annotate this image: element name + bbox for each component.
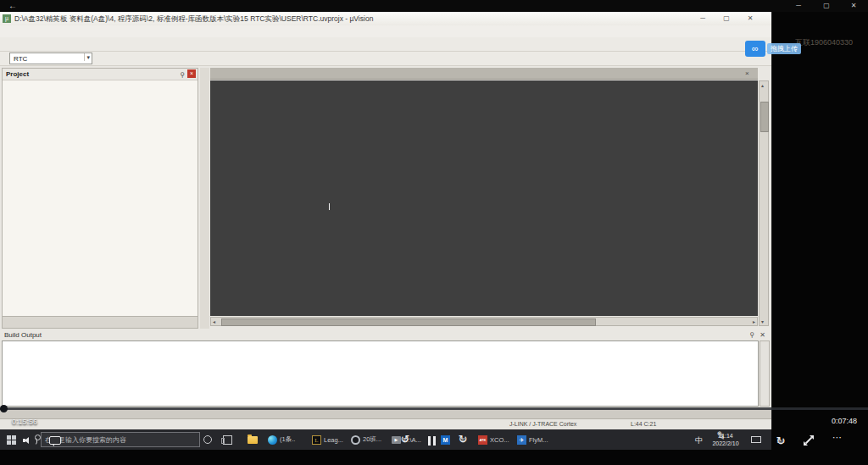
video-player-app: ← ─ ▢ ✕ µ D:\A盘32\精英板 资料盘(A盘)\4, 程序源码\2,… bbox=[0, 0, 868, 465]
text-cursor bbox=[329, 203, 330, 210]
close-tab-icon[interactable]: × bbox=[745, 69, 749, 77]
editor-tab-strip bbox=[210, 68, 758, 80]
app-maximize-button[interactable]: ▢ bbox=[821, 1, 832, 11]
rotate-360-button[interactable]: ↻360 bbox=[773, 433, 788, 448]
clock-date: 2022/2/10 bbox=[707, 440, 744, 447]
project-tree bbox=[3, 80, 198, 316]
pause-button[interactable] bbox=[428, 434, 438, 449]
uvision-title-bar: µ D:\A盘32\精英板 资料盘(A盘)\4, 程序源码\2, 标准例程-库函… bbox=[0, 12, 771, 26]
editor-horizontal-scrollbar[interactable]: ◂ ▸ bbox=[210, 317, 758, 326]
recording-watermark: 互联1906040330 bbox=[795, 37, 853, 48]
menu-bar bbox=[0, 25, 771, 37]
file-explorer-icon bbox=[248, 436, 258, 444]
app-m-icon bbox=[441, 435, 450, 445]
taskbar-app-m[interactable] bbox=[441, 434, 450, 446]
league-of-legends-icon bbox=[312, 435, 321, 445]
captions-icon[interactable] bbox=[49, 436, 61, 445]
show-desktop-icon[interactable] bbox=[751, 436, 761, 443]
taskbar-app-label: FlyM... bbox=[529, 436, 548, 444]
uvision-window: µ D:\A盘32\精英板 资料盘(A盘)\4, 程序源码\2, 标准例程-库函… bbox=[0, 12, 772, 429]
taskbar-app-label: (1条.. bbox=[280, 435, 295, 444]
scrollbar-thumb[interactable] bbox=[760, 102, 769, 132]
toolbar-main bbox=[0, 37, 771, 52]
start-button[interactable] bbox=[7, 435, 16, 445]
taskbar-circle-app[interactable]: 20班... bbox=[351, 434, 381, 446]
cortana-ring-icon bbox=[35, 435, 41, 440]
cortana-icon[interactable] bbox=[203, 435, 212, 444]
back-button[interactable]: ← bbox=[8, 1, 17, 11]
taskbar-edge[interactable]: (1条.. bbox=[268, 434, 295, 446]
target-select-value: RTC bbox=[14, 55, 27, 63]
app-minimize-button[interactable]: ─ bbox=[793, 1, 804, 11]
taskbar-file-explorer[interactable] bbox=[248, 434, 258, 446]
build-output bbox=[2, 340, 759, 407]
project-panel: Project ⚲ × bbox=[2, 68, 198, 329]
build-output-scrollbar[interactable] bbox=[760, 340, 770, 407]
flymcu-icon bbox=[517, 435, 526, 445]
elapsed-time: 0:15:56 bbox=[12, 418, 37, 426]
uv-close-button[interactable]: ✕ bbox=[744, 14, 756, 22]
uv-maximize-button[interactable]: ▢ bbox=[721, 14, 732, 22]
netdisk-upload-widget[interactable]: ∞ 拖拽上传 bbox=[745, 41, 801, 57]
alientek-xcom-icon bbox=[478, 435, 487, 445]
volume-icon[interactable] bbox=[23, 436, 36, 445]
build-output-header: Build Output ⚲ ✕ bbox=[2, 330, 770, 340]
scroll-right-icon[interactable]: ▸ bbox=[753, 318, 755, 325]
uv-minimize-button[interactable]: ─ bbox=[697, 14, 709, 22]
project-panel-tabs bbox=[3, 316, 198, 328]
code-editor[interactable] bbox=[210, 80, 758, 316]
build-output-title: Build Output bbox=[4, 331, 42, 339]
panel-splitter[interactable] bbox=[200, 68, 209, 329]
taskbar-xcom[interactable]: XCO... bbox=[478, 434, 509, 446]
cursor-position-status: L:44 C:21 bbox=[631, 421, 656, 427]
taskbar-league[interactable]: Leag... bbox=[312, 434, 343, 446]
player-title-bar: ← ─ ▢ ✕ bbox=[0, 0, 868, 12]
seek-bar[interactable] bbox=[0, 407, 868, 410]
window-title: D:\A盘32\精英板 资料盘(A盘)\4, 程序源码\2, 标准例程-库函数版… bbox=[14, 14, 373, 25]
task-view-icon[interactable] bbox=[223, 435, 232, 445]
target-select[interactable]: RTC ▾ bbox=[9, 53, 92, 64]
scroll-down-icon[interactable]: ▾ bbox=[761, 318, 764, 324]
uvision-app-icon: µ bbox=[3, 14, 11, 23]
seek-handle[interactable] bbox=[0, 405, 8, 412]
windows-taskbar: 在这里输入你要搜索的内容 (1条.. Leag... 20班... D:\A..… bbox=[0, 429, 771, 450]
taskbar-app-label: XCO... bbox=[490, 436, 509, 444]
taskbar-flymcu[interactable]: FlyM... bbox=[517, 434, 548, 446]
project-panel-header: Project ⚲ × bbox=[3, 69, 198, 80]
taskbar-app-label: Leag... bbox=[324, 436, 343, 444]
pin-icon[interactable]: ⚲ bbox=[180, 69, 185, 80]
status-bar: J-LINK / J-TRACE Cortex L:44 C:21 bbox=[0, 418, 771, 430]
toolbar-build: RTC ▾ bbox=[0, 52, 771, 66]
remaining-time: 0:07:48 bbox=[832, 417, 857, 425]
circle-app-icon bbox=[351, 435, 360, 445]
project-panel-title: Project bbox=[6, 70, 29, 78]
netdisk-icon: ∞ bbox=[745, 41, 765, 57]
chevron-down-icon: ▾ bbox=[84, 53, 91, 61]
fullscreen-button[interactable] bbox=[804, 435, 814, 446]
scroll-left-icon[interactable]: ◂ bbox=[213, 318, 215, 325]
pin-icon[interactable]: ⚲ bbox=[749, 330, 754, 340]
search-input[interactable]: 在这里输入你要搜索的内容 bbox=[41, 432, 200, 447]
editor-vertical-scrollbar[interactable]: ▴ ▾ bbox=[759, 80, 769, 326]
more-options-button[interactable]: ⋯ bbox=[832, 432, 843, 443]
taskbar-app-label: 20班... bbox=[363, 435, 381, 444]
edge-icon bbox=[268, 435, 277, 445]
build-output-close-icon[interactable]: ✕ bbox=[760, 330, 765, 340]
rewind-10-button[interactable]: ↺10 bbox=[398, 431, 412, 446]
debugger-status: J-LINK / J-TRACE Cortex bbox=[509, 421, 576, 427]
scrollbar-thumb[interactable] bbox=[221, 318, 596, 326]
app-close-button[interactable]: ✕ bbox=[848, 1, 860, 11]
netdisk-upload-label: 拖拽上传 bbox=[767, 43, 801, 54]
project-panel-close-icon[interactable]: × bbox=[187, 69, 196, 78]
scroll-up-icon[interactable]: ▴ bbox=[761, 82, 764, 88]
ime-indicator[interactable]: 中 bbox=[695, 435, 703, 446]
forward-30-button[interactable]: ↻30 bbox=[456, 431, 470, 446]
